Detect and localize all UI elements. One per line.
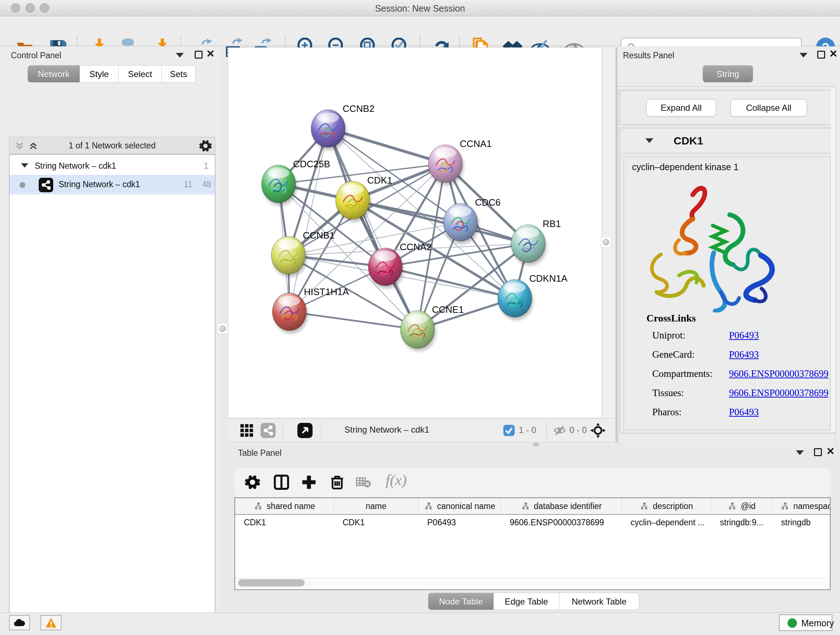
collection-count: 1 [190,161,208,171]
control-panel-menu-icon[interactable] [176,53,184,57]
table-hscrollbar-thumb[interactable] [238,579,305,586]
table-panel-close-icon[interactable]: ✕ [826,448,835,455]
table-panel-menu-icon[interactable] [796,450,804,455]
gene-section-header[interactable]: CDK1 [620,128,834,154]
table-options-gear-icon[interactable] [245,474,261,490]
warnings-button[interactable] [41,615,62,630]
memory-button[interactable]: Memory [779,614,832,631]
results-panel-close-icon[interactable]: ✕ [829,50,837,58]
crosslink-uniprot-link[interactable]: P06493 [729,330,759,341]
separator [321,421,322,440]
table-row[interactable]: CDK1CDK1P064939606.ENSP00000378699cyclin… [235,515,830,530]
network-node-CCNB2[interactable]: CCNB2 [311,103,374,150]
table-cell[interactable]: CDK1 [334,515,418,530]
left-splitter-handle[interactable] [217,323,228,334]
results-scrollbar-track[interactable] [831,88,835,432]
table-cell[interactable]: stringdb:9... [711,515,772,530]
tab-sets[interactable]: Sets [162,65,196,82]
selected-count: 1 - 0 [519,425,536,435]
tab-string[interactable]: String [703,65,753,82]
collection-disclosure-icon[interactable] [21,163,28,168]
column-header-description[interactable]: description [622,498,711,515]
table-hscrollbar[interactable] [235,578,830,587]
network-node-CDC25B[interactable]: CDC25B [262,158,330,206]
tab-network-table[interactable]: Network Table [559,593,639,610]
table-cell[interactable]: CDK1 [235,515,334,530]
crosslink-tissues-link[interactable]: 9606.ENSP00000378699 [729,387,829,399]
table-panel: Table Panel ✕ [229,446,840,613]
tab-network[interactable]: Network [27,65,80,82]
expand-all-button[interactable]: Expand All [646,99,716,117]
network-node-HIST1H1A[interactable]: HIST1H1A [272,287,349,333]
column-header-id[interactable]: @id [711,498,772,515]
network-node-CDC6[interactable]: CDC6 [444,197,501,244]
network-node-CCNA1[interactable]: CCNA1 [428,138,492,185]
current-network-name: String Network – cdk1 [344,424,429,435]
network-node-RB1[interactable]: RB1 [511,218,561,265]
crosslink-compartments-link[interactable]: 9606.ENSP00000378699 [729,368,829,379]
network-node-CDK1[interactable]: CDK1 [336,175,392,222]
collection-label: String Network – cdk1 [35,161,116,171]
crosslink-row: Tissues:9606.ENSP00000378699 [652,387,826,407]
crosslink-label: GeneCard: [652,349,695,360]
cloud-status-button[interactable] [9,615,30,630]
add-column-icon[interactable] [301,474,317,490]
hidden-count: 0 - 0 [569,425,587,435]
node-label-CDK1: CDK1 [367,175,392,186]
tab-select[interactable]: Select [118,65,162,82]
table-cell[interactable]: cyclin–dependent ... [622,515,711,530]
network-edge[interactable] [353,200,528,244]
tab-style[interactable]: Style [80,65,118,82]
left-splitter-dot-icon [219,325,226,332]
control-panel: Control Panel ✕ NetworkStyleSelectSets 1… [0,46,221,613]
birds-eye-view-icon[interactable] [297,423,313,438]
results-panel-float-icon[interactable] [817,51,825,59]
main-toolbar: ? [0,17,840,46]
gene-disclosure-icon[interactable] [645,138,653,143]
crosslink-genecard-link[interactable]: P06493 [729,349,759,360]
right-splitter-handle[interactable] [600,237,611,248]
fit-crosshair-icon[interactable] [590,422,606,439]
control-panel-float-icon[interactable] [195,51,202,59]
node-label-CDC25B: CDC25B [293,158,330,169]
column-header-name[interactable]: name [334,498,418,515]
network-node-CDKN1A[interactable]: CDKN1A [498,273,568,320]
separator [546,421,546,440]
network-collection-row[interactable]: String Network – cdk1 1 [9,157,215,175]
column-header-shared-name[interactable]: shared name [235,498,334,515]
network-view-share-icon[interactable] [261,423,276,438]
table-cell[interactable]: stringdb [772,515,831,530]
network-node-CCNE1[interactable]: CCNE1 [401,304,464,351]
results-panel-menu-icon[interactable] [799,53,807,57]
table-cell[interactable]: 9606.ENSP00000378699 [501,515,622,530]
crosslink-pharos-link[interactable]: P06493 [729,407,759,418]
control-panel-close-icon[interactable]: ✕ [206,50,215,58]
gene-description: cyclin–dependent kinase 1 [632,162,739,172]
network-edge[interactable] [328,128,417,329]
column-header-namespace[interactable]: namespace [772,498,831,515]
node-label-CCNB1: CCNB1 [303,230,335,241]
network-edge[interactable] [289,312,417,329]
collapse-all-button[interactable]: Collapse All [730,99,807,117]
network-row[interactable]: String Network – cdk1 11 48 [9,175,215,195]
network-canvas[interactable]: CCNB2CCNA1CDC25BCDK1CDC6RB1CCNB1CCNA2CDK… [228,48,602,418]
table-header-row: shared namenamecanonical namedatabase id… [235,498,830,515]
control-panel-tabs: NetworkStyleSelectSets [27,65,196,82]
network-list-options-gear-icon[interactable] [199,139,212,152]
tab-node-table[interactable]: Node Table [428,593,494,610]
application-window: Session: New Session [0,0,840,635]
column-header-canonical-name[interactable]: canonical name [418,498,501,515]
network-edge[interactable] [289,128,328,312]
grid-view-icon[interactable] [240,424,254,437]
tab-edge-table[interactable]: Edge Table [494,593,559,610]
show-columns-icon[interactable] [273,474,289,490]
delete-column-trash-icon[interactable] [329,473,345,490]
memory-status-dot-icon [788,618,797,628]
column-header-database-identifier[interactable]: database identifier [501,498,622,515]
table-toolbar: f(x) [234,468,831,497]
network-view-toolbar: String Network – cdk1 1 - 0 0 - 0 [228,418,616,442]
selected-checkbox-icon[interactable] [503,424,515,437]
table-panel-float-icon[interactable] [814,448,822,456]
table-panel-title: Table Panel [238,448,281,458]
table-cell[interactable]: P06493 [418,515,501,530]
